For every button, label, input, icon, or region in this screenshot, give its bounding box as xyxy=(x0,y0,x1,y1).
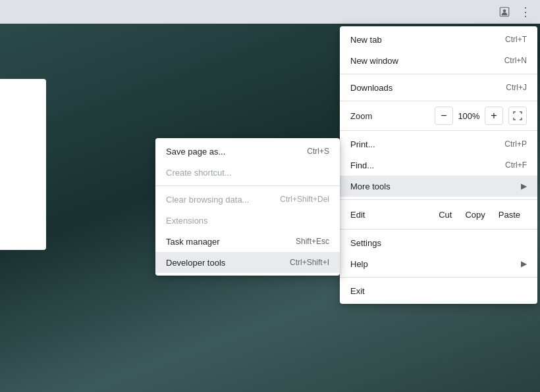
copy-button[interactable]: Copy xyxy=(458,207,491,222)
zoom-increase-button[interactable]: + xyxy=(485,107,503,125)
cut-button[interactable]: Cut xyxy=(432,207,458,222)
zoom-value: 100% xyxy=(456,111,482,121)
print-shortcut: Ctrl+P xyxy=(504,139,527,149)
downloads-label: Downloads xyxy=(350,83,392,93)
save-page-shortcut: Ctrl+S xyxy=(307,147,329,156)
find-label: Find... xyxy=(350,160,374,170)
submenu-divider-1 xyxy=(155,185,340,186)
paste-button[interactable]: Paste xyxy=(492,207,527,222)
zoom-fullscreen-button[interactable] xyxy=(508,107,527,125)
help-label: Help xyxy=(350,259,368,269)
zoom-label: Zoom xyxy=(350,111,435,121)
more-tools-arrow-icon: ▶ xyxy=(521,182,527,191)
more-tools-submenu: Save page as... Ctrl+S Create shortcut..… xyxy=(155,138,340,276)
menu-item-create-shortcut: Create shortcut... xyxy=(155,162,340,183)
zoom-decrease-button[interactable]: − xyxy=(435,107,453,125)
menu-item-exit[interactable]: Exit xyxy=(340,280,537,301)
more-tools-label: More tools xyxy=(350,182,391,191)
zoom-controls: − 100% + xyxy=(435,107,527,125)
new-window-label: New window xyxy=(350,56,398,66)
print-label: Print... xyxy=(350,139,375,149)
menu-item-help[interactable]: Help ▶ xyxy=(340,253,537,274)
menu-item-clear-browsing: Clear browsing data... Ctrl+Shift+Del xyxy=(155,189,340,210)
task-manager-label: Task manager xyxy=(166,237,220,247)
left-panel xyxy=(0,79,46,250)
new-tab-label: New tab xyxy=(350,35,382,45)
menu-item-task-manager[interactable]: Task manager Shift+Esc xyxy=(155,231,340,252)
menu-divider-2 xyxy=(340,101,537,101)
extensions-label: Extensions xyxy=(166,216,208,226)
settings-label: Settings xyxy=(350,238,381,248)
svg-point-1 xyxy=(503,9,506,12)
help-arrow-icon: ▶ xyxy=(521,259,527,268)
find-shortcut: Ctrl+F xyxy=(505,160,527,170)
menu-divider-5 xyxy=(340,229,537,230)
menu-item-developer-tools[interactable]: Developer tools Ctrl+Shift+I xyxy=(155,252,340,273)
menu-divider-6 xyxy=(340,277,537,278)
menu-divider-1 xyxy=(340,74,537,74)
save-page-label: Save page as... xyxy=(166,147,225,157)
clear-browsing-shortcut: Ctrl+Shift+Del xyxy=(280,195,329,204)
more-button[interactable]: ⋮ xyxy=(516,3,535,21)
edit-label: Edit xyxy=(350,210,432,220)
developer-tools-label: Developer tools xyxy=(166,258,225,268)
menu-divider-4 xyxy=(340,199,537,200)
downloads-shortcut: Ctrl+J xyxy=(506,83,527,92)
menu-item-find[interactable]: Find... Ctrl+F xyxy=(340,155,537,176)
menu-item-new-window[interactable]: New window Ctrl+N xyxy=(340,50,537,71)
menu-item-settings[interactable]: Settings xyxy=(340,232,537,253)
exit-label: Exit xyxy=(350,286,365,296)
browser-chrome: ⋮ xyxy=(0,0,540,24)
developer-tools-shortcut: Ctrl+Shift+I xyxy=(290,258,329,267)
menu-item-more-tools[interactable]: More tools ▶ xyxy=(340,176,537,197)
task-manager-shortcut: Shift+Esc xyxy=(296,237,329,246)
menu-divider-3 xyxy=(340,130,537,131)
edit-row: Edit Cut Copy Paste xyxy=(340,203,537,226)
menu-item-downloads[interactable]: Downloads Ctrl+J xyxy=(340,77,537,98)
clear-browsing-label: Clear browsing data... xyxy=(166,195,249,205)
menu-item-save-page[interactable]: Save page as... Ctrl+S xyxy=(155,141,340,162)
create-shortcut-label: Create shortcut... xyxy=(166,168,232,178)
new-window-shortcut: Ctrl+N xyxy=(504,56,527,65)
avatar-button[interactable] xyxy=(495,3,514,21)
main-browser-menu: New tab Ctrl+T New window Ctrl+N Downloa… xyxy=(340,26,537,304)
zoom-row: Zoom − 100% + xyxy=(340,104,537,128)
menu-item-print[interactable]: Print... Ctrl+P xyxy=(340,134,537,155)
menu-item-new-tab[interactable]: New tab Ctrl+T xyxy=(340,29,537,50)
new-tab-shortcut: Ctrl+T xyxy=(505,35,527,44)
menu-item-extensions: Extensions xyxy=(155,210,340,231)
edit-actions: Cut Copy Paste xyxy=(432,207,527,222)
